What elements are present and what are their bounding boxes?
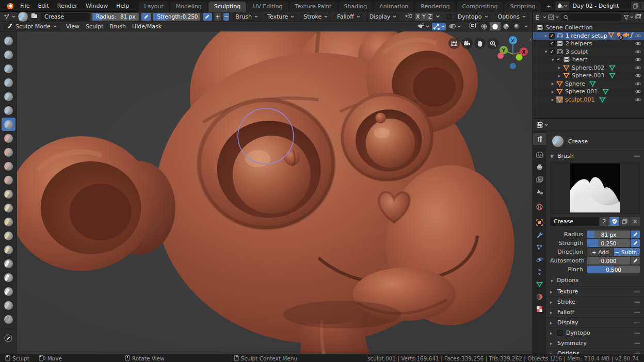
menu-file[interactable]: File xyxy=(16,2,34,10)
direction-add-button[interactable]: +Add xyxy=(587,248,614,256)
direction-subtr-button[interactable]: −Subtr.. xyxy=(614,248,640,256)
expander-icon[interactable]: ▸ xyxy=(550,81,556,86)
tool-draw[interactable] xyxy=(2,34,15,47)
tool-blob[interactable] xyxy=(2,104,15,117)
brush-datablock-icon[interactable] xyxy=(30,12,38,21)
tool-pinch[interactable] xyxy=(2,187,15,201)
duplicate-brush-button[interactable] xyxy=(620,217,630,226)
strength-slider[interactable]: 0.250 xyxy=(587,239,630,247)
hide-in-viewport-toggle[interactable] xyxy=(635,50,641,54)
options-dropdown[interactable]: Options xyxy=(494,13,529,21)
outliner-row[interactable]: ▾✓heart xyxy=(533,56,644,64)
chevron-down-icon[interactable] xyxy=(436,15,440,18)
properties-tab-modifiers[interactable] xyxy=(533,229,546,241)
overlays-dropdown[interactable] xyxy=(448,23,461,29)
collection-checkbox[interactable]: ✓ xyxy=(549,33,555,39)
properties-tab-scene[interactable] xyxy=(533,186,546,198)
xray-toggle[interactable] xyxy=(469,22,476,30)
tool-elastic-deform[interactable] xyxy=(2,215,15,228)
scene-collection-row[interactable]: Scene Collection xyxy=(533,24,644,32)
3d-viewport[interactable]: Z Y X ‹ xyxy=(0,31,533,354)
pan-view-icon[interactable] xyxy=(474,38,486,49)
strength-pressure-toggle[interactable] xyxy=(631,239,640,247)
shading-rendered-button[interactable] xyxy=(511,22,522,30)
blender-logo-icon[interactable] xyxy=(5,1,14,10)
tool-fill[interactable] xyxy=(2,159,15,173)
fake-user-toggle[interactable] xyxy=(609,217,619,226)
autosmooth-pressure-toggle[interactable] xyxy=(631,257,640,265)
workspace-tab-scripting[interactable]: Scripting xyxy=(504,2,541,12)
outliner-search-input[interactable] xyxy=(560,13,622,21)
tool-smooth[interactable] xyxy=(2,131,15,145)
hide-in-viewport-toggle[interactable] xyxy=(635,65,641,70)
brush-name-field[interactable]: Crease xyxy=(550,217,599,226)
panel-stroke[interactable]: ▸Stroke══ xyxy=(546,297,644,307)
symmetry-y-toggle[interactable]: Y xyxy=(421,13,427,21)
hide-in-viewport-toggle[interactable] xyxy=(635,89,641,94)
symmetry-x-toggle[interactable]: X xyxy=(415,13,421,21)
scene-browse-button[interactable] xyxy=(555,2,570,10)
workspace-tab-uv-editing[interactable]: UV Editing xyxy=(247,2,288,12)
brush-name-field[interactable]: Crease xyxy=(41,13,90,21)
tool-menu-brush[interactable]: Brush xyxy=(232,13,262,21)
tool-crease[interactable] xyxy=(2,118,15,131)
properties-tab-material[interactable] xyxy=(533,291,546,303)
dyntopo-panel-checkbox[interactable] xyxy=(557,330,563,336)
panel-symmetry[interactable]: ▸Symmetry══ xyxy=(546,338,644,348)
outliner-row[interactable]: ▸Sphere.002 xyxy=(533,64,644,72)
outliner-row[interactable]: ▾✓3 sculpt xyxy=(533,48,644,56)
hide-in-viewport-toggle[interactable] xyxy=(635,57,641,62)
properties-tab-render[interactable] xyxy=(533,149,546,160)
camera-view-icon[interactable] xyxy=(461,38,473,49)
properties-tab-texture[interactable] xyxy=(533,303,546,315)
expander-icon[interactable]: ▾ xyxy=(543,49,549,54)
sidebar-collapse-arrow[interactable]: ‹ xyxy=(528,36,533,43)
properties-tab-constraints[interactable] xyxy=(533,266,546,278)
tool-scrape[interactable] xyxy=(2,173,15,187)
expander-icon[interactable]: ▸ xyxy=(543,33,549,38)
collection-checkbox[interactable]: ✓ xyxy=(556,57,561,62)
tool-rotate[interactable] xyxy=(2,285,15,298)
collection-checkbox[interactable]: ✓ xyxy=(549,49,555,55)
autosmooth-slider[interactable]: 0.000 xyxy=(587,257,630,265)
strength-pressure-toggle[interactable] xyxy=(203,13,212,21)
tool-mask[interactable] xyxy=(2,312,15,326)
hide-in-viewport-toggle[interactable] xyxy=(635,73,641,78)
scene-copy-button[interactable] xyxy=(631,2,640,10)
properties-tab-particles[interactable] xyxy=(533,241,546,253)
workspace-tab-rendering[interactable]: Rendering xyxy=(415,2,456,12)
panel-display[interactable]: ▸Display══ xyxy=(546,317,644,327)
outliner-row[interactable]: ▸Sphere xyxy=(533,80,644,88)
dyntopo-dropdown[interactable]: Dyntopo xyxy=(454,13,492,21)
tool-menu-texture[interactable]: Texture xyxy=(264,13,298,21)
active-tool-icon[interactable] xyxy=(3,13,15,20)
new-collection-button[interactable] xyxy=(635,13,642,21)
outliner-row[interactable]: ▸✓1 render setup 9 ƒ xyxy=(533,32,644,40)
symmetry-z-toggle[interactable]: Z xyxy=(427,13,433,21)
expander-icon[interactable]: ▸ xyxy=(556,73,562,78)
collection-checkbox[interactable]: ✓ xyxy=(549,41,555,46)
brush-preview-icon[interactable] xyxy=(18,12,28,22)
tool-menu-stroke[interactable]: Stroke xyxy=(300,13,331,21)
add-workspace-button[interactable]: + xyxy=(542,2,555,12)
workspace-tab-modeling[interactable]: Modeling xyxy=(170,2,208,12)
shading-wireframe-button[interactable] xyxy=(479,22,490,30)
hide-in-viewport-toggle[interactable] xyxy=(635,81,641,86)
tool-menu-display[interactable]: Display xyxy=(366,13,400,21)
menu-help[interactable]: Help xyxy=(112,2,133,10)
tool-grab[interactable] xyxy=(2,201,15,215)
brush-preview[interactable] xyxy=(550,162,640,214)
properties-tab-world[interactable] xyxy=(533,201,546,213)
outliner-row[interactable]: ▸Sphere.003 xyxy=(533,72,644,80)
radius-pressure-toggle[interactable] xyxy=(631,231,640,238)
menu-edit[interactable]: Edit xyxy=(34,2,53,10)
properties-tab-object[interactable] xyxy=(533,217,546,228)
mode-selector[interactable]: Sculpt Mode xyxy=(3,23,60,30)
outliner-display-mode[interactable] xyxy=(535,14,546,20)
tool-clay-strips[interactable] xyxy=(2,62,15,75)
workspace-tab-shading[interactable]: Shading xyxy=(339,2,374,12)
hide-in-viewport-toggle[interactable] xyxy=(635,41,641,46)
panel-falloff[interactable]: ▸Falloff══ xyxy=(546,307,644,317)
properties-tab-physics[interactable] xyxy=(533,254,546,266)
hide-in-viewport-toggle[interactable] xyxy=(635,97,641,102)
